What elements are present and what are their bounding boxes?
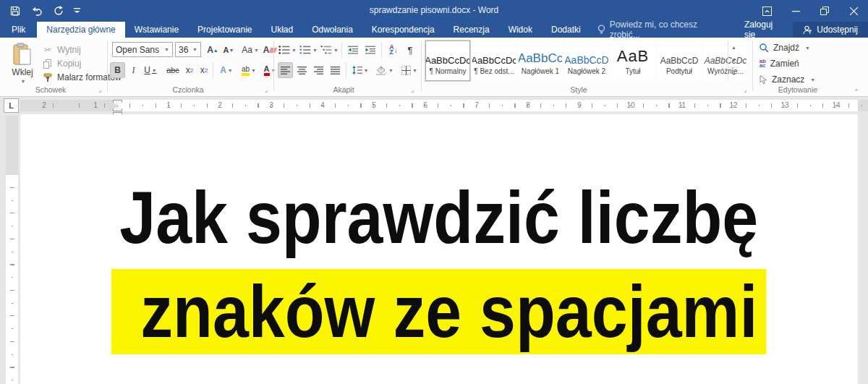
grow-font-button[interactable]: A▲ (205, 42, 220, 58)
account-area: Zaloguj się Udostępnij (734, 22, 868, 38)
sign-in-button[interactable]: Zaloguj się (734, 22, 793, 38)
tab-korespondencja[interactable]: Korespondencja (362, 22, 444, 38)
gallery-more-icon[interactable]: ⏷ (728, 67, 739, 81)
highlight-button[interactable]: ab ▼ (238, 62, 260, 78)
style-tytuł[interactable]: AaBTytuł (610, 40, 655, 81)
bullets-icon (278, 44, 290, 56)
numbering-dropdown-icon: ▼ (312, 48, 318, 53)
lightbulb-icon (597, 25, 605, 35)
style-sample: AaBbCcDc (426, 41, 469, 67)
clear-formatting-button[interactable]: A (262, 42, 278, 58)
align-center-button[interactable] (294, 62, 310, 78)
bullets-button[interactable]: ▼ (278, 42, 297, 58)
ruler-row: L 211234567891011121314 (0, 97, 868, 114)
ruler-number: 12 (729, 101, 737, 109)
clear-formatting-label: A (263, 45, 270, 55)
group-separator (752, 40, 753, 91)
ribbon: Wklej ▼ ✂ Wytnij Kopiuj Malarz formatów … (0, 38, 868, 97)
tab-projektowanie[interactable]: Projektowanie (188, 22, 261, 38)
align-left-button[interactable] (278, 62, 293, 78)
copy-icon (42, 58, 54, 69)
style-wyróżnie-[interactable]: AaBbCcDcWyróżnie... (703, 40, 748, 81)
find-button[interactable]: Znajdź ▼ (760, 43, 810, 53)
gallery-scroll-up-icon[interactable]: ▲ (728, 40, 739, 54)
style-name: ¶ Normalny (426, 67, 469, 75)
tab-uk-ad[interactable]: Układ (261, 22, 302, 38)
share-button[interactable]: Udostępnij (793, 22, 868, 38)
tab-narz-dzia-g-wne[interactable]: Narzędzia główne (37, 22, 124, 38)
paste-button[interactable]: Wklej ▼ (6, 40, 39, 85)
cut-button[interactable]: ✂ Wytnij (42, 43, 81, 56)
align-right-button[interactable] (311, 62, 326, 78)
copy-button[interactable]: Kopiuj (42, 57, 81, 70)
strikethrough-button[interactable]: abc (163, 62, 182, 78)
shading-button[interactable]: ▼ (374, 62, 396, 78)
multilevel-list-button[interactable]: ▼ (320, 42, 339, 58)
ruler-number: 10 (626, 101, 634, 109)
tab-widok[interactable]: Widok (499, 22, 542, 38)
document-heading-line1[interactable]: Jak sprawdzić liczbę (20, 178, 858, 257)
paragraph-dialog-launcher[interactable]: ⌟ (408, 85, 417, 94)
tab-plik[interactable]: Plik (0, 22, 37, 38)
font-name-combo[interactable]: Open Sans ▼ (112, 42, 173, 57)
subscript-button[interactable]: x2 (182, 62, 197, 78)
align-left-icon (281, 67, 290, 74)
group-separator (421, 40, 422, 91)
style-podtytuł[interactable]: AaBbCcDPodtytuł (657, 40, 702, 81)
sort-button[interactable]: A Z ↓ (385, 42, 402, 58)
underline-button[interactable]: U▼ (141, 62, 160, 78)
italic-button[interactable]: I (127, 62, 140, 78)
select-button[interactable]: Zaznacz ▼ (760, 74, 815, 85)
styles-dialog-launcher[interactable]: ⌟ (741, 85, 749, 94)
select-label: Zaznacz (772, 74, 804, 85)
style-nagłówek-1[interactable]: AaBbCcNagłówek 1 (518, 40, 563, 81)
bold-button[interactable]: B (110, 62, 125, 78)
tab-stop-selector[interactable]: L (4, 98, 19, 113)
tab-odwo-ania[interactable]: Odwołania (302, 22, 362, 38)
gallery-scroll-down-icon[interactable]: ▼ (728, 54, 739, 67)
style-nagłówek-2[interactable]: AaBbCcDNagłówek 2 (564, 40, 609, 81)
ribbon-display-options-icon[interactable] (752, 0, 781, 22)
font-color-button[interactable]: A ▼ (260, 62, 280, 78)
document-heading-line2[interactable]: znaków ze spacjami (20, 269, 858, 354)
style-gallery-scrollbar: ▲ ▼ ⏷ (728, 40, 739, 81)
restore-icon[interactable] (810, 0, 839, 22)
shrink-font-button[interactable]: A▼ (221, 42, 236, 58)
text-effects-button[interactable]: A▼ (216, 62, 237, 78)
borders-button[interactable]: ▼ (399, 62, 420, 78)
horizontal-ruler[interactable]: 211234567891011121314 (20, 100, 868, 111)
style-sample: AaB (611, 41, 655, 67)
tab-wstawianie[interactable]: Wstawianie (125, 22, 188, 38)
style--bez-odst-[interactable]: AaBbCcDc¶ Bez odst... (472, 40, 516, 81)
shading-dropdown-icon: ▼ (388, 68, 393, 73)
change-case-button[interactable]: Aa▼ (240, 42, 260, 58)
tell-me-box[interactable]: Powiedz mi, co chcesz zrobić... (590, 22, 734, 38)
font-size-combo[interactable]: 36 ▼ (175, 42, 201, 57)
close-icon[interactable] (839, 0, 868, 22)
ruler-number: 1 (166, 101, 171, 109)
ribbon-tab-bar: PlikNarzędzia główneWstawianieProjektowa… (0, 22, 868, 38)
justify-button[interactable] (328, 62, 343, 78)
numbering-button[interactable]: ▼ (299, 42, 318, 58)
minimize-icon[interactable] (781, 0, 810, 22)
ruler-number: 5 (372, 101, 376, 109)
style--normalny[interactable]: AaBbCcDc¶ Normalny (425, 40, 470, 81)
increase-indent-button[interactable] (362, 42, 378, 58)
ruler-number: 3 (269, 101, 273, 109)
vertical-ruler[interactable] (6, 116, 18, 384)
line-spacing-button[interactable]: ▼ (349, 62, 371, 78)
style-name: Nagłówek 1 (519, 67, 562, 75)
replace-button[interactable]: ab ac Zamień (760, 59, 799, 69)
font-dialog-launcher[interactable]: ⌟ (262, 85, 271, 94)
style-name: Tytuł (611, 67, 655, 75)
show-formatting-button[interactable]: ¶ (404, 42, 417, 58)
tab-dodatki[interactable]: Dodatki (542, 22, 590, 38)
document-page[interactable]: Jak sprawdzić liczbę znaków ze spacjami (20, 114, 858, 384)
clipboard-dialog-launcher[interactable]: ⌟ (95, 85, 104, 94)
replace-icon-bottom: ac (760, 64, 766, 69)
tab-recenzja[interactable]: Recenzja (444, 22, 499, 38)
paste-dropdown-icon: ▼ (21, 79, 26, 84)
ruler-ticks (129, 105, 868, 106)
superscript-button[interactable]: x2 (197, 62, 211, 78)
decrease-indent-button[interactable] (345, 42, 361, 58)
